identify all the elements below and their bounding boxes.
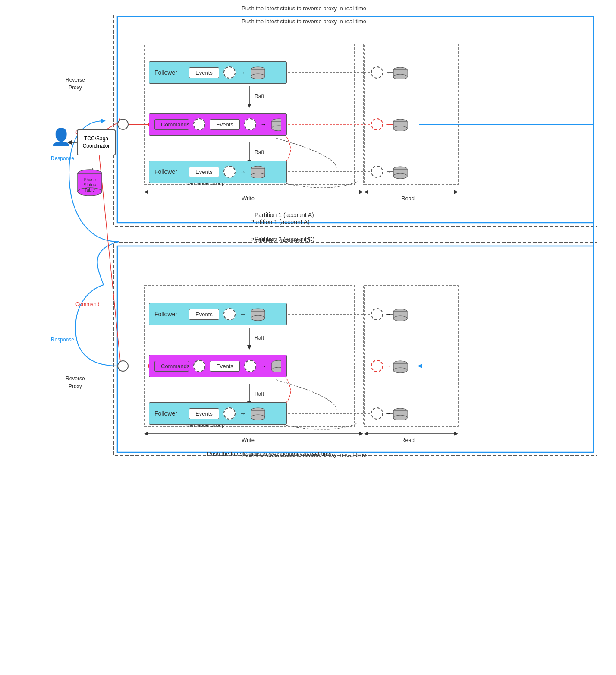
svg-marker-11 (144, 190, 148, 194)
read-label-p1: Read (401, 195, 415, 202)
svg-point-113 (251, 173, 265, 178)
reverse-proxy-label-bottom: ReverseProxy (66, 375, 85, 390)
response-label-1: Response (51, 155, 74, 161)
svg-point-107 (251, 74, 265, 79)
svg-marker-12 (359, 190, 363, 194)
push-label-top: Push the latest status to reverse proxy … (242, 5, 366, 12)
svg-point-128 (272, 367, 281, 372)
person-icon: 👤 (51, 127, 71, 146)
raft-label-p2-top: Raft (255, 335, 264, 341)
read-label-p2: Read (401, 437, 415, 443)
svg-marker-20 (364, 432, 368, 436)
p1-follower1-label: Follower (154, 69, 185, 76)
p1-follower2-circle1 (223, 166, 236, 178)
svg-marker-83 (418, 364, 422, 368)
p1-commands-box: Commands (154, 119, 189, 130)
svg-rect-7 (364, 286, 458, 426)
raft-label-p1-bottom: Raft (255, 149, 264, 155)
svg-rect-5 (364, 44, 458, 185)
p1-follower1-row: Follower Events → (149, 61, 287, 84)
push-bottom-text: Push the latest status to reverse proxy … (207, 451, 332, 457)
write-label-p2: Write (242, 437, 255, 443)
command-label-2: Command (75, 301, 99, 307)
svg-marker-18 (359, 432, 363, 436)
response-label-2: Response (51, 337, 74, 343)
p1-leader-events: Events (210, 119, 240, 130)
svg-point-137 (393, 368, 407, 373)
svg-marker-14 (364, 190, 368, 194)
arrows-overlay (0, 0, 616, 675)
p2-leader-row: Commands Events → (149, 355, 287, 377)
p1-right-leader-circle (371, 118, 383, 130)
diagram-container: Push the latest status to reverse proxy … (0, 0, 616, 675)
p1-follower2-label: Follower (154, 168, 185, 175)
p2-follower2-events: Events (189, 408, 219, 419)
p1-leader-cylinder (271, 118, 281, 131)
p2-leader-circle2 (244, 360, 256, 372)
reverse-proxy-label-top: ReverseProxy (66, 76, 85, 91)
p2-leader-cylinder (271, 360, 281, 372)
p1-right-follower1-cylinder (393, 66, 408, 79)
svg-marker-92 (119, 363, 122, 368)
p2-right-follower1-cylinder (393, 308, 408, 321)
svg-text:Status: Status (84, 183, 96, 187)
svg-point-134 (393, 316, 407, 321)
svg-marker-90 (119, 118, 123, 123)
p1-leader-row: Commands Events → (149, 113, 287, 136)
raft-label-p1-top: Raft (255, 93, 264, 99)
svg-point-94 (118, 361, 128, 371)
p2-follower1-circle1 (223, 308, 236, 320)
p2-follower2-circle1 (223, 407, 236, 420)
p1-follower2-events: Events (189, 167, 219, 177)
p2-commands-box: Commands (154, 361, 189, 372)
p2-right-follower1-circle (371, 308, 383, 320)
svg-marker-15 (454, 190, 458, 194)
svg-point-119 (393, 126, 407, 131)
p1-leader-circle2 (244, 118, 256, 130)
push-top-text: Push the latest status to reverse proxy … (242, 18, 366, 25)
p2-follower2-row: Follower Events → (149, 402, 287, 425)
partition1-label: Partition 1 (account A) (250, 218, 310, 225)
p2-right-leader-circle (371, 360, 383, 372)
svg-point-110 (272, 126, 281, 131)
svg-point-125 (251, 315, 265, 321)
svg-marker-23 (247, 104, 251, 108)
p1-partition-label: Partition 1 (account A) (255, 211, 314, 218)
write-label-p1: Write (242, 195, 255, 202)
p1-right-follower2-cylinder (393, 166, 408, 179)
p1-follower2-row: Follower Events → (149, 161, 287, 183)
p2-right-leader-cylinder (393, 360, 408, 373)
phase-table-container: Phase Status Table (77, 168, 103, 200)
p2-follower1-label: Follower (154, 311, 185, 318)
p2-follower1-row: Follower Events → (149, 303, 287, 325)
p1-follower1-cylinder (250, 66, 266, 79)
p2-follower1-cylinder (250, 308, 266, 321)
p2-leader-events: Events (210, 361, 240, 372)
svg-text:Table: Table (85, 188, 95, 192)
p2-partition-label: Partition 2 (account C) (255, 236, 314, 243)
p2-follower1-events: Events (189, 309, 219, 320)
svg-point-116 (393, 74, 407, 79)
svg-text:Phase: Phase (84, 177, 96, 182)
phase-table-db: Phase Status Table (77, 168, 103, 199)
p1-right-follower2-circle (371, 166, 383, 178)
p2-right-follower2-circle (371, 407, 383, 420)
p1-right-follower1-circle (371, 66, 383, 79)
tcc-saga-box: TCC/Saga Coordinator (77, 129, 116, 155)
p1-follower1-circle1 (223, 66, 236, 79)
svg-point-93 (118, 119, 128, 129)
p2-follower2-label: Follower (154, 410, 185, 417)
p2-right-follower2-cylinder (393, 407, 408, 420)
svg-marker-21 (454, 432, 458, 436)
p1-follower1-events: Events (189, 67, 219, 78)
p1-right-leader-cylinder (393, 118, 408, 131)
p1-leader-circle1 (193, 118, 205, 130)
svg-marker-27 (247, 345, 251, 350)
svg-point-140 (393, 415, 407, 420)
svg-marker-17 (144, 432, 148, 436)
svg-point-122 (393, 173, 407, 179)
svg-point-131 (251, 415, 265, 420)
raft-label-p2-bottom: Raft (255, 391, 264, 397)
p1-follower2-cylinder (250, 165, 266, 178)
svg-marker-88 (101, 119, 106, 123)
